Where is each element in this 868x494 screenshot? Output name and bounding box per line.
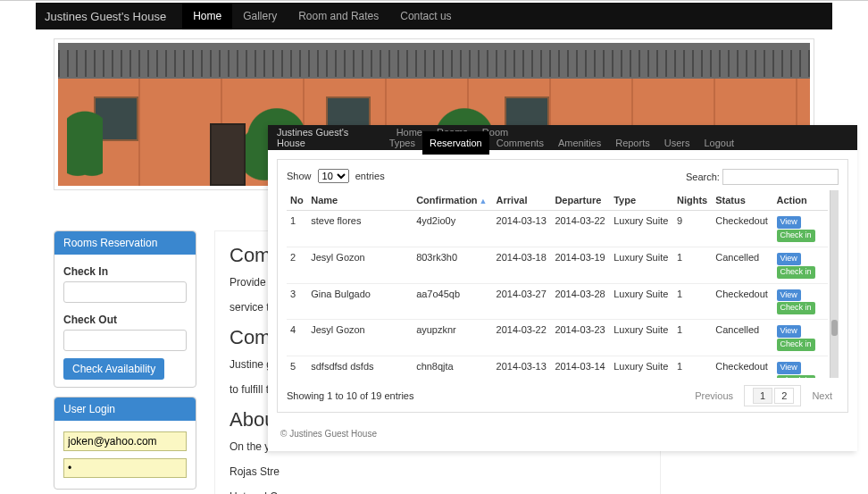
admin-brand[interactable]: Justines Guest's House bbox=[277, 127, 377, 148]
col-nights[interactable]: Nights bbox=[673, 190, 712, 211]
cell-dep: 2014-03-23 bbox=[551, 320, 610, 356]
panel-title: User Login bbox=[54, 398, 196, 421]
cell-nights: 1 bbox=[673, 247, 712, 283]
col-confirmation[interactable]: Confirmation▲ bbox=[413, 190, 492, 211]
cell-nights: 1 bbox=[673, 356, 712, 378]
pager-prev[interactable]: Previous bbox=[689, 389, 739, 403]
brand[interactable]: Justines Guest's House bbox=[45, 10, 166, 23]
pager: Previous 12 Next bbox=[687, 385, 839, 406]
col-arrival[interactable]: Arrival bbox=[493, 190, 552, 211]
cell-nights: 1 bbox=[673, 320, 712, 356]
cell-arr: 2014-03-13 bbox=[493, 356, 552, 378]
admin-nav: Justines Guest's House HomeRoomsRoom Typ… bbox=[268, 125, 857, 150]
col-status[interactable]: Status bbox=[712, 190, 772, 211]
cell-conf: aa7o45qb bbox=[413, 283, 492, 320]
cell-name: steve flores bbox=[307, 211, 413, 247]
cell-no: 1 bbox=[287, 211, 307, 247]
col-type[interactable]: Type bbox=[610, 190, 673, 211]
cell-no: 2 bbox=[287, 247, 307, 283]
admin-nav-logout[interactable]: Logout bbox=[697, 131, 741, 155]
table-row: 3Gina Bulgadoaa7o45qb2014-03-272014-03-2… bbox=[287, 283, 828, 320]
top-nav: Justines Guest's House HomeGalleryRoom a… bbox=[36, 3, 832, 29]
checkin-button[interactable]: Check in bbox=[777, 339, 815, 351]
cell-nights: 9 bbox=[673, 211, 712, 247]
search-control: Search: bbox=[686, 169, 839, 185]
cell-status: Checkedout bbox=[712, 211, 772, 247]
cell-status: Cancelled bbox=[712, 320, 772, 356]
cell-name: sdfsdfsd dsfds bbox=[307, 356, 413, 378]
table-row: 1steve flores4yd2io0y2014-03-132014-03-2… bbox=[287, 211, 828, 247]
page-length-select[interactable]: 10 bbox=[318, 169, 349, 183]
view-button[interactable]: View bbox=[777, 362, 801, 374]
length-control: Show 10 entries bbox=[287, 169, 385, 185]
table-row: 2Jesyl Gozon803rk3h02014-03-182014-03-19… bbox=[287, 247, 828, 283]
cell-name: Gina Bulgado bbox=[307, 283, 413, 320]
cell-type: Luxury Suite bbox=[610, 211, 673, 247]
paragraph: Rojas Stre bbox=[230, 465, 646, 478]
table-row: 4Jesyl Gozonayupzknr2014-03-222014-03-23… bbox=[287, 320, 828, 356]
cell-conf: chn8qjta bbox=[413, 356, 492, 378]
checkin-button[interactable]: Check in bbox=[777, 266, 815, 279]
cell-status: Cancelled bbox=[712, 247, 772, 283]
pager-next[interactable]: Next bbox=[805, 389, 839, 403]
table-info: Showing 1 to 10 of 19 entries bbox=[287, 390, 413, 401]
checkout-input[interactable] bbox=[63, 330, 187, 351]
cell-arr: 2014-03-18 bbox=[493, 247, 552, 283]
admin-nav-comments[interactable]: Comments bbox=[489, 131, 551, 155]
panel-title: Rooms Reservation bbox=[54, 231, 196, 255]
cell-dep: 2014-03-22 bbox=[551, 211, 610, 247]
col-name[interactable]: Name bbox=[307, 190, 413, 211]
cell-arr: 2014-03-27 bbox=[493, 283, 552, 320]
login-email-input[interactable] bbox=[63, 431, 187, 451]
cell-action: ViewCheck in bbox=[773, 283, 829, 320]
pager-page-1[interactable]: 1 bbox=[753, 388, 772, 404]
checkin-button[interactable]: Check in bbox=[777, 302, 815, 314]
col-departure[interactable]: Departure bbox=[551, 190, 610, 211]
cell-dep: 2014-03-14 bbox=[551, 356, 610, 378]
cell-status: Checkedout bbox=[712, 283, 772, 320]
admin-nav-reports[interactable]: Reports bbox=[608, 131, 657, 155]
scrollbar[interactable] bbox=[830, 190, 839, 378]
cell-arr: 2014-03-13 bbox=[493, 211, 552, 247]
cell-action: ViewCheck in bbox=[773, 356, 829, 378]
nav-item-contact-us[interactable]: Contact us bbox=[389, 3, 462, 29]
admin-nav-users[interactable]: Users bbox=[657, 131, 697, 155]
col-action[interactable]: Action bbox=[773, 190, 829, 211]
cell-type: Luxury Suite bbox=[610, 356, 673, 378]
view-button[interactable]: View bbox=[777, 253, 801, 265]
view-button[interactable]: View bbox=[777, 325, 801, 338]
checkin-button[interactable]: Check in bbox=[777, 230, 815, 242]
admin-window: Justines Guest's House HomeRoomsRoom Typ… bbox=[268, 125, 857, 451]
checkout-label: Check Out bbox=[63, 314, 187, 326]
login-password-input[interactable] bbox=[63, 458, 187, 478]
admin-nav-amenities[interactable]: Amenities bbox=[551, 131, 608, 155]
cell-action: ViewCheck in bbox=[773, 320, 829, 356]
check-availability-button[interactable]: Check Availability bbox=[63, 358, 164, 380]
cell-type: Luxury Suite bbox=[610, 283, 673, 320]
checkin-button[interactable]: Check in bbox=[777, 375, 815, 378]
cell-name: Jesyl Gozon bbox=[307, 247, 413, 283]
cell-nights: 1 bbox=[673, 283, 712, 320]
view-button[interactable]: View bbox=[777, 216, 801, 229]
cell-dep: 2014-03-28 bbox=[551, 283, 610, 320]
cell-type: Luxury Suite bbox=[610, 247, 673, 283]
cell-no: 4 bbox=[287, 320, 307, 356]
cell-conf: ayupzknr bbox=[413, 320, 492, 356]
paragraph: Hot and C bbox=[230, 490, 646, 494]
col-no[interactable]: No bbox=[287, 190, 307, 211]
reservations-table: NoNameConfirmation▲ArrivalDepartureTypeN… bbox=[287, 190, 828, 378]
checkin-input[interactable] bbox=[63, 281, 187, 303]
table-row: 5sdfsdfsd dsfdschn8qjta2014-03-132014-03… bbox=[287, 356, 828, 378]
nav-item-gallery[interactable]: Gallery bbox=[232, 3, 288, 29]
checkin-label: Check In bbox=[63, 265, 187, 278]
nav-item-home[interactable]: Home bbox=[182, 3, 232, 29]
pager-page-2[interactable]: 2 bbox=[774, 388, 794, 404]
search-input[interactable] bbox=[722, 169, 839, 185]
admin-nav-reservation[interactable]: Reservation bbox=[422, 131, 489, 155]
cell-conf: 4yd2io0y bbox=[413, 211, 492, 247]
rooms-reservation-panel: Rooms Reservation Check In Check Out Che… bbox=[54, 230, 196, 388]
cell-name: Jesyl Gozon bbox=[307, 320, 413, 356]
nav-item-room-and-rates[interactable]: Room and Rates bbox=[288, 3, 389, 29]
view-button[interactable]: View bbox=[777, 289, 801, 302]
admin-footer: © Justines Guest House bbox=[268, 422, 857, 451]
